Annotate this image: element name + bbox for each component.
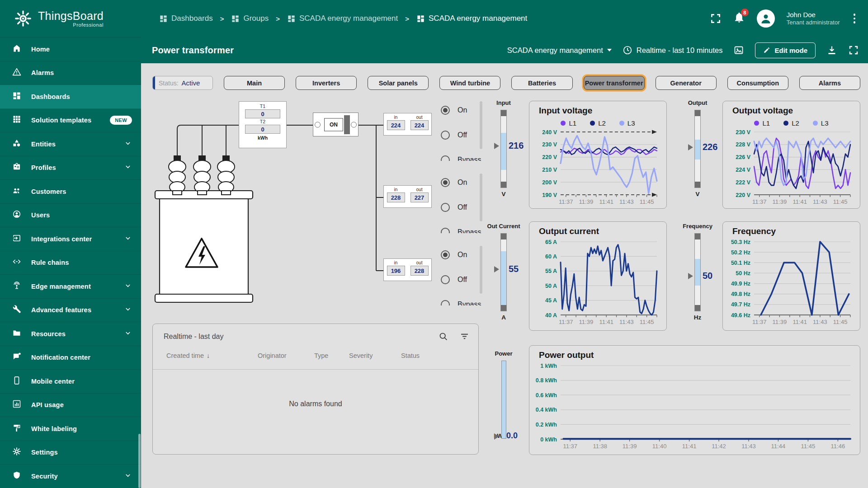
radio-circle[interactable] bbox=[441, 300, 450, 305]
tab-generator[interactable]: Generator bbox=[656, 76, 717, 90]
user-name: John Doe bbox=[787, 11, 840, 19]
radio-option-off[interactable]: Off bbox=[441, 201, 482, 214]
sidebar-item-edge-management[interactable]: Edge management bbox=[0, 275, 141, 299]
sidebar-item-mobile-center[interactable]: Mobile center bbox=[0, 370, 141, 394]
sidebar-item-white-labeling[interactable]: White labeling bbox=[0, 417, 141, 441]
radio-circle[interactable] bbox=[441, 155, 450, 161]
column-header-created-time[interactable]: Created time↓ bbox=[166, 352, 210, 359]
svg-text:230 V: 230 V bbox=[736, 129, 750, 136]
radio-circle[interactable] bbox=[441, 250, 450, 259]
breadcrumb-item[interactable]: SCADA energy management bbox=[287, 14, 398, 23]
radio-option-on[interactable]: On bbox=[441, 249, 482, 261]
radio-circle[interactable] bbox=[441, 275, 450, 284]
tab-inverters[interactable]: Inverters bbox=[296, 76, 357, 90]
edit-mode-button[interactable]: Edit mode bbox=[755, 42, 816, 58]
tab-wind-turbine[interactable]: Wind turbine bbox=[439, 76, 500, 90]
column-header-severity[interactable]: Severity bbox=[349, 352, 373, 359]
tab-batteries[interactable]: Batteries bbox=[511, 76, 572, 90]
sidebar-item-settings[interactable]: Settings bbox=[0, 441, 141, 465]
radio-scrollbar[interactable] bbox=[480, 246, 482, 294]
radio-circle[interactable] bbox=[441, 228, 450, 233]
radio-option-off[interactable]: Off bbox=[441, 273, 482, 286]
customers-icon bbox=[12, 186, 21, 197]
tab-power-transformer[interactable]: Power transformer bbox=[584, 76, 645, 90]
sidebar-item-solution-templates[interactable]: Solution templatesNEW bbox=[0, 109, 141, 133]
gauge-pointer[interactable] bbox=[494, 266, 499, 272]
sidebar-item-profiles[interactable]: Profiles bbox=[0, 156, 141, 180]
avatar[interactable] bbox=[757, 9, 775, 28]
thingsboard-logo[interactable]: ThingsBoard Professional bbox=[0, 9, 141, 28]
breadcrumb-item[interactable]: Dashboards bbox=[159, 14, 213, 23]
filter-icon[interactable] bbox=[460, 332, 469, 341]
user-info[interactable]: John Doe Tenant administrator bbox=[787, 11, 840, 27]
gauge-pointer[interactable] bbox=[494, 433, 499, 440]
radio-option-off[interactable]: Off bbox=[441, 129, 482, 141]
svg-text:11:39: 11:39 bbox=[773, 319, 787, 325]
svg-text:11:42: 11:42 bbox=[712, 443, 726, 450]
radio-option-bypass[interactable]: Bypass bbox=[441, 298, 482, 305]
legend-item[interactable]: L2 bbox=[783, 119, 799, 127]
radio-option-on[interactable]: On bbox=[441, 176, 482, 189]
sidebar-item-users[interactable]: Users bbox=[0, 204, 141, 228]
sidebar-item-home[interactable]: Home bbox=[0, 38, 141, 61]
radio-scrollbar[interactable] bbox=[480, 101, 482, 149]
tab-consumption[interactable]: Consumption bbox=[727, 76, 788, 90]
switch-on-button[interactable]: ON bbox=[324, 118, 343, 131]
scada-dashboard-screen: ThingsBoard Professional Dashboards>Grou… bbox=[0, 0, 868, 488]
sidebar-item-integrations-center[interactable]: Integrations center bbox=[0, 227, 141, 251]
more-menu-icon[interactable] bbox=[852, 12, 858, 25]
legend-item[interactable]: L1 bbox=[754, 119, 770, 127]
legend-item[interactable]: L2 bbox=[590, 119, 606, 127]
chevron-down-icon bbox=[124, 305, 132, 315]
radio-scrollbar[interactable] bbox=[480, 174, 482, 221]
column-header-type[interactable]: Type bbox=[314, 352, 328, 359]
gauge-pointer[interactable] bbox=[688, 273, 693, 279]
alarms-timewindow[interactable]: Realtime - last day bbox=[164, 333, 224, 341]
radio-option-bypass[interactable]: Bypass bbox=[441, 154, 482, 161]
dashboard-state-select[interactable]: SCADA energy management bbox=[507, 46, 612, 55]
download-icon[interactable] bbox=[826, 45, 837, 56]
svg-text:11:38: 11:38 bbox=[593, 443, 607, 450]
radio-circle[interactable] bbox=[441, 203, 450, 212]
alarms-table-header: Created time↓OriginatorTypeSeverityStatu… bbox=[153, 352, 478, 366]
screenshot-icon[interactable] bbox=[733, 45, 744, 56]
breadcrumb-item[interactable]: Groups bbox=[231, 14, 269, 23]
gauge-pointer[interactable] bbox=[494, 143, 499, 149]
legend-item[interactable]: L3 bbox=[619, 119, 635, 127]
sidebar-item-alarms[interactable]: Alarms bbox=[0, 61, 141, 85]
radio-circle[interactable] bbox=[441, 178, 450, 187]
sidebar-item-dashboards[interactable]: Dashboards bbox=[0, 85, 141, 109]
fullscreen-icon[interactable] bbox=[848, 45, 859, 56]
search-icon[interactable] bbox=[439, 332, 448, 341]
gauge-pointer[interactable] bbox=[688, 144, 693, 150]
breadcrumb-item[interactable]: SCADA energy management bbox=[416, 14, 527, 23]
sidebar-item-security[interactable]: Security bbox=[0, 465, 141, 488]
legend-item[interactable]: L1 bbox=[561, 119, 576, 127]
sidebar-item-notification-center[interactable]: Notification center bbox=[0, 346, 141, 370]
radio-option-on[interactable]: On bbox=[441, 104, 482, 117]
out-label: out bbox=[416, 115, 423, 120]
svg-text:11:45: 11:45 bbox=[640, 198, 654, 205]
tab-main[interactable]: Main bbox=[224, 76, 285, 90]
sidebar-item-rule-chains[interactable]: Rule chains bbox=[0, 251, 141, 275]
sidebar-item-api-usage[interactable]: API usage bbox=[0, 394, 141, 418]
switch-handle[interactable] bbox=[344, 115, 350, 134]
sidebar-item-entities[interactable]: Entities bbox=[0, 132, 141, 156]
legend-item[interactable]: L3 bbox=[813, 119, 829, 127]
tab-alarms[interactable]: Alarms bbox=[799, 76, 860, 90]
sidebar-item-customers[interactable]: Customers bbox=[0, 180, 141, 204]
status-value: Active bbox=[182, 79, 200, 87]
column-header-status[interactable]: Status bbox=[401, 352, 420, 359]
sidebar-scrollbar[interactable] bbox=[138, 434, 141, 488]
header-fullscreen-icon[interactable] bbox=[710, 13, 722, 24]
notifications-bell-icon[interactable]: 8 bbox=[733, 12, 745, 25]
radio-option-bypass[interactable]: Bypass bbox=[441, 226, 482, 233]
out-value: 228 bbox=[410, 266, 429, 276]
radio-circle[interactable] bbox=[441, 131, 450, 140]
sidebar-item-advanced-features[interactable]: Advanced features bbox=[0, 299, 141, 323]
column-header-originator[interactable]: Originator bbox=[258, 352, 287, 359]
sidebar-item-resources[interactable]: Resources bbox=[0, 322, 141, 346]
timewindow-button[interactable]: Realtime - last 10 minutes bbox=[623, 45, 723, 55]
radio-circle[interactable] bbox=[441, 106, 450, 115]
tab-solar-panels[interactable]: Solar panels bbox=[368, 76, 429, 90]
